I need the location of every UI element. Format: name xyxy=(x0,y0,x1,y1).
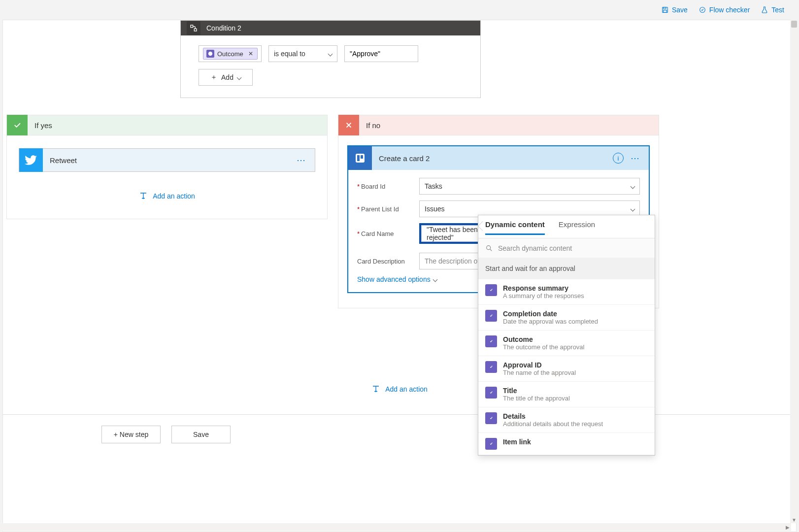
test-button[interactable]: Test xyxy=(761,6,784,14)
approval-icon xyxy=(485,438,497,450)
dynamic-item[interactable]: TitleThe title of the approval xyxy=(478,382,655,407)
flow-checker-button[interactable]: Flow checker xyxy=(699,6,750,14)
approval-icon xyxy=(485,335,497,347)
dynamic-tabs: Dynamic content Expression xyxy=(478,215,655,235)
svg-rect-5 xyxy=(194,29,197,31)
svg-point-6 xyxy=(208,52,212,56)
dynamic-item[interactable]: Approval IDThe name of the approval xyxy=(478,356,655,382)
add-action-icon xyxy=(139,192,148,200)
dynamic-item-desc: The name of the approval xyxy=(503,369,576,376)
outcome-token[interactable]: Outcome ✕ xyxy=(203,48,258,60)
outer-add-action[interactable]: Add an action xyxy=(371,385,428,394)
board-id-value: Tasks xyxy=(425,182,442,190)
chevron-down-icon xyxy=(328,51,333,56)
tab-expression[interactable]: Expression xyxy=(559,220,595,235)
card-description-label: Card Description xyxy=(357,258,419,265)
outer-add-action-label: Add an action xyxy=(385,385,428,393)
check-icon xyxy=(7,115,28,135)
dynamic-item-desc: Date the approval was completed xyxy=(503,318,598,325)
approval-icon xyxy=(485,284,497,296)
condition-operator-select[interactable]: is equal to xyxy=(268,45,337,62)
svg-rect-7 xyxy=(356,154,365,163)
close-icon xyxy=(338,115,359,135)
dynamic-item-title: Approval ID xyxy=(503,361,576,369)
save-label: Save xyxy=(672,6,688,14)
board-id-label: *Board Id xyxy=(357,183,419,190)
bottom-bar: + New step Save xyxy=(3,414,796,454)
if-no-title: If no xyxy=(366,121,380,130)
condition-left-operand[interactable]: Outcome ✕ xyxy=(199,45,262,62)
token-remove-icon[interactable]: ✕ xyxy=(248,50,253,57)
create-card-more-icon[interactable]: ⋯ xyxy=(624,153,643,164)
approval-icon xyxy=(485,361,497,373)
token-label: Outcome xyxy=(217,50,243,58)
search-icon xyxy=(485,244,493,252)
scroll-right-arrow-icon[interactable]: ▶ xyxy=(784,523,791,531)
dynamic-item[interactable]: Item link xyxy=(478,433,655,455)
condition-card[interactable]: Condition 2 Outcome ✕ is equal to "Appro… xyxy=(180,20,481,98)
bottom-save-button[interactable]: Save xyxy=(171,426,231,443)
retweet-more-icon[interactable]: ⋯ xyxy=(294,155,309,166)
dynamic-item-title: Outcome xyxy=(503,335,585,343)
scroll-thumb[interactable] xyxy=(791,21,797,28)
condition-value-input[interactable]: "Approve" xyxy=(344,45,418,62)
dynamic-item[interactable]: Completion dateDate the approval was com… xyxy=(478,305,655,331)
board-id-select[interactable]: Tasks xyxy=(419,178,640,195)
top-toolbar: Save Flow checker Test xyxy=(0,0,799,20)
dynamic-item[interactable]: DetailsAdditional details about the requ… xyxy=(478,407,655,433)
if-yes-add-action[interactable]: Add an action xyxy=(19,192,315,200)
dynamic-content-panel: Dynamic content Expression Search dynami… xyxy=(478,215,655,456)
condition-header[interactable]: Condition 2 xyxy=(181,21,480,35)
horizontal-scrollbar[interactable]: ▶ xyxy=(0,523,791,531)
card-name-label: *Card Name xyxy=(357,230,419,237)
condition-value-text: "Approve" xyxy=(350,50,380,58)
dynamic-item[interactable]: OutcomeThe outcome of the approval xyxy=(478,331,655,356)
create-card-title: Create a card 2 xyxy=(379,154,613,163)
parent-list-id-value: Issues xyxy=(425,205,444,213)
tab-dynamic-content[interactable]: Dynamic content xyxy=(485,220,545,235)
dynamic-item-desc: A summary of the responses xyxy=(503,292,584,299)
advanced-label: Show advanced options xyxy=(357,275,431,283)
condition-icon xyxy=(187,21,200,35)
plus-icon: ＋ xyxy=(210,73,217,82)
if-yes-header[interactable]: If yes xyxy=(6,115,328,135)
dynamic-item-title: Title xyxy=(503,387,570,395)
svg-rect-8 xyxy=(357,155,360,161)
dynamic-search-input[interactable]: Search dynamic content xyxy=(478,238,655,258)
save-button[interactable]: Save xyxy=(661,6,688,14)
chevron-down-icon xyxy=(433,277,437,282)
dynamic-item-title: Details xyxy=(503,412,603,420)
if-yes-branch: If yes Retweet ⋯ Add an action xyxy=(6,115,328,219)
approval-icon xyxy=(485,387,497,399)
new-step-button[interactable]: + New step xyxy=(101,426,161,443)
flow-checker-icon xyxy=(699,6,706,14)
if-yes-title: If yes xyxy=(34,121,52,130)
svg-rect-4 xyxy=(191,25,193,28)
create-card-header[interactable]: Create a card 2 i ⋯ xyxy=(348,146,649,170)
trello-icon xyxy=(348,146,372,170)
dynamic-item-title: Item link xyxy=(503,438,531,446)
if-yes-body: Retweet ⋯ Add an action xyxy=(6,135,328,219)
chevron-down-icon xyxy=(237,75,242,80)
condition-body: Outcome ✕ is equal to "Approve" ＋ Add xyxy=(181,35,480,98)
retweet-action-card[interactable]: Retweet ⋯ xyxy=(19,148,315,172)
info-icon[interactable]: i xyxy=(613,153,624,164)
add-action-label: Add an action xyxy=(153,192,195,200)
dynamic-item[interactable]: Response summaryA summary of the respons… xyxy=(478,279,655,305)
test-icon xyxy=(761,6,768,14)
flow-canvas: Condition 2 Outcome ✕ is equal to "Appro… xyxy=(2,20,797,532)
condition-title: Condition 2 xyxy=(206,24,241,32)
dynamic-item-desc: The outcome of the approval xyxy=(503,343,585,351)
dynamic-section-header: Start and wait for an approval xyxy=(478,258,655,279)
svg-rect-1 xyxy=(664,7,666,9)
dynamic-item-desc: The title of the approval xyxy=(503,395,570,402)
condition-add-button[interactable]: ＋ Add xyxy=(199,69,253,86)
dynamic-items-list: Response summaryA summary of the respons… xyxy=(478,279,655,455)
vertical-scrollbar[interactable]: ▲ ▼ xyxy=(790,20,798,523)
approval-icon xyxy=(485,412,497,424)
dynamic-item-desc: Additional details about the request xyxy=(503,420,603,428)
scroll-down-arrow-icon[interactable]: ▼ xyxy=(790,516,798,523)
if-no-header[interactable]: If no xyxy=(338,115,659,135)
dynamic-search-placeholder: Search dynamic content xyxy=(498,244,572,252)
condition-row: Outcome ✕ is equal to "Approve" xyxy=(199,45,463,62)
